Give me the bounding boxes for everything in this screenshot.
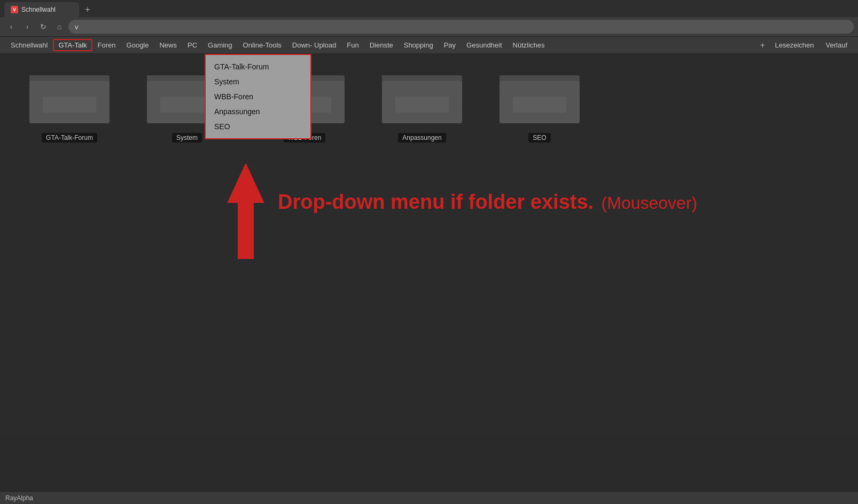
menu-item-schnellwahl[interactable]: Schnellwahl	[5, 39, 53, 51]
svg-marker-21	[230, 167, 262, 257]
folder-label-system: System	[172, 133, 202, 143]
status-bar: RayAlpha	[0, 491, 858, 504]
menu-item-shopping[interactable]: Shopping	[399, 39, 439, 51]
main-content: GTA-Talk-Forum System	[0, 54, 858, 438]
annotation-sub-text: (Mouseover)	[602, 193, 698, 212]
add-bookmark-button[interactable]: +	[757, 40, 769, 51]
back-icon: ‹	[10, 22, 13, 31]
home-button[interactable]: ⌂	[52, 20, 66, 34]
browser-tab[interactable]: V Schnellwahl	[4, 2, 79, 17]
dropdown-item-system[interactable]: System	[206, 74, 310, 89]
forward-icon: ›	[26, 22, 29, 31]
annotation-text-block: Drop-down menu if folder exists. (Mouseo…	[278, 191, 697, 214]
address-bar[interactable]	[68, 20, 854, 34]
tab-favicon: V	[11, 6, 18, 13]
new-tab-icon: +	[85, 5, 90, 14]
menu-item-dienste[interactable]: Dienste	[364, 39, 399, 51]
menu-item-nutzliches[interactable]: Nützliches	[508, 39, 550, 51]
menu-item-news[interactable]: News	[154, 39, 182, 51]
menu-item-pc[interactable]: PC	[182, 39, 202, 51]
folder-label-seo: SEO	[528, 133, 550, 143]
menu-item-gesundheit[interactable]: Gesundheit	[461, 39, 508, 51]
menu-right: + Lesezeichen Verlauf	[757, 39, 853, 51]
status-text: RayAlpha	[5, 494, 33, 502]
forward-button[interactable]: ›	[20, 20, 34, 34]
dropdown-item-anpassungen[interactable]: Anpassungen	[206, 104, 310, 119]
menu-item-online-tools[interactable]: Online-Tools	[238, 39, 287, 51]
new-tab-button[interactable]: +	[81, 3, 94, 16]
folder-anpassungen[interactable]: Anpassungen	[374, 65, 470, 143]
folder-seo[interactable]: SEO	[492, 65, 588, 143]
browser-chrome: V Schnellwahl + ‹ › ↻ ⌂	[0, 0, 858, 37]
dropdown-item-seo[interactable]: SEO	[206, 119, 310, 134]
tab-bar: V Schnellwahl +	[0, 0, 858, 17]
back-button[interactable]: ‹	[4, 20, 18, 34]
folder-icon-anpassungen	[379, 65, 465, 129]
annotation-main-text: Drop-down menu if folder exists.	[278, 191, 594, 213]
folder-row: GTA-Talk-Forum System	[21, 65, 837, 143]
folder-gta-talk-forum[interactable]: GTA-Talk-Forum	[21, 65, 118, 143]
svg-rect-19	[513, 97, 566, 113]
folder-label-anpassungen: Anpassungen	[398, 133, 446, 143]
nav-bar: ‹ › ↻ ⌂	[0, 17, 858, 36]
tab-title: Schnellwahl	[21, 6, 56, 13]
menu-item-gaming[interactable]: Gaming	[202, 39, 238, 51]
menu-item-foren[interactable]: Foren	[92, 39, 121, 51]
annotation-arrow-icon	[224, 164, 267, 260]
svg-rect-15	[395, 97, 449, 113]
home-icon: ⌂	[57, 22, 61, 31]
menu-item-fun[interactable]: Fun	[341, 39, 364, 51]
menu-item-verlauf[interactable]: Verlauf	[821, 39, 853, 51]
dropdown-menu: GTA-Talk-Forum System WBB-Foren Anpassun…	[205, 54, 311, 139]
menu-item-lesezeichen[interactable]: Lesezeichen	[770, 39, 820, 51]
folder-icon-gta-talk-forum	[27, 65, 112, 129]
menu-item-pay[interactable]: Pay	[439, 39, 461, 51]
reload-icon: ↻	[40, 22, 46, 31]
menu-bar: Schnellwahl GTA-Talk Foren Google News P…	[0, 37, 858, 54]
reload-button[interactable]: ↻	[36, 20, 50, 34]
folder-label-gta-talk-forum: GTA-Talk-Forum	[42, 133, 97, 143]
menu-item-down-upload[interactable]: Down- Upload	[287, 39, 341, 51]
svg-rect-3	[43, 97, 96, 113]
annotation-area: Drop-down menu if folder exists. (Mouseo…	[224, 164, 837, 260]
dropdown-item-gta-talk-forum[interactable]: GTA-Talk-Forum	[206, 59, 310, 74]
folder-icon-seo	[497, 65, 582, 129]
dropdown-item-wbb-foren[interactable]: WBB-Foren	[206, 89, 310, 104]
menu-item-gta-talk[interactable]: GTA-Talk	[53, 39, 92, 51]
menu-item-google[interactable]: Google	[121, 39, 154, 51]
